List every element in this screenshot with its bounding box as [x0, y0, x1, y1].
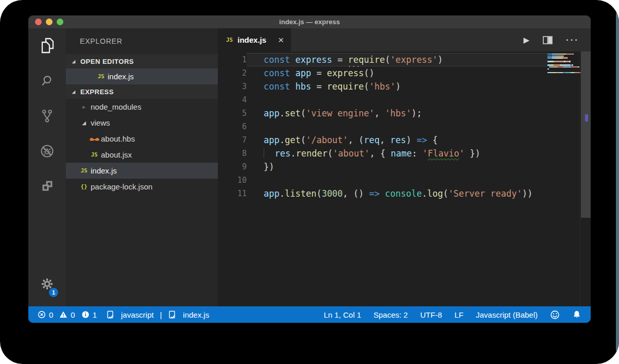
item-label: package-lock.json [91, 182, 152, 191]
window-title: index.js — express [28, 18, 591, 26]
cursor-position[interactable]: Ln 1, Col 1 [324, 310, 362, 319]
js-file-icon: JS [94, 73, 108, 80]
settings-badge: 1 [49, 288, 58, 297]
code-text: const express = require('express')... [247, 53, 547, 66]
lint-file: index.js [183, 310, 209, 319]
collapsed-arrow-icon: ▹ [77, 104, 91, 110]
minimap[interactable] [547, 54, 580, 74]
explorer-icon[interactable] [28, 28, 66, 63]
code-text: const hbs = require('hbs') [247, 80, 547, 93]
tree-item-about.hbs[interactable]: about.hbs [66, 131, 218, 147]
tree-item-index.js[interactable]: JSindex.js [66, 68, 218, 84]
tree-item-about.jsx[interactable]: JSabout.jsx [66, 147, 218, 163]
debug-disabled-icon[interactable] [28, 133, 66, 168]
lint-check-icon [106, 310, 115, 319]
settings-gear-icon[interactable]: 1 [28, 269, 66, 298]
code-line-6[interactable]: 6 [218, 120, 591, 133]
code-line-2[interactable]: 2const app = express() [218, 66, 591, 80]
line-number: 9 [218, 160, 247, 174]
tree-item-node_modules[interactable]: ▹node_modules [66, 99, 218, 115]
linter-status[interactable]: javascript | index.js [106, 310, 209, 319]
item-label: views [91, 118, 110, 127]
tree-item-package-lock.json[interactable]: {}package-lock.json [66, 179, 218, 195]
line-number: 8 [218, 147, 247, 160]
line-number: 2 [218, 66, 247, 80]
scrollbar-track[interactable] [580, 51, 591, 306]
search-icon[interactable] [28, 63, 66, 98]
warnings-count: 0 [71, 310, 75, 319]
item-label: index.js [91, 166, 117, 175]
editor-group: JS index.js × ▶ ··· [218, 28, 591, 306]
code-line-4[interactable]: 4 [218, 93, 591, 107]
code-text: res.render('about', { name: 'Flavio' }) [247, 147, 547, 160]
info-icon [81, 310, 90, 319]
run-code-icon[interactable]: ▶ [523, 36, 529, 45]
section-header-open-editors[interactable]: ◢OPEN EDITORS [66, 54, 218, 68]
line-number: 10 [218, 174, 247, 187]
errors-count: 0 [49, 310, 53, 319]
expanded-arrow-icon: ◢ [72, 59, 80, 64]
tab-indexjs[interactable]: JS index.js × [218, 28, 291, 51]
activity-bar: 1 [28, 28, 66, 306]
scrollbar-slider[interactable] [581, 51, 591, 218]
indentation[interactable]: Spaces: 2 [373, 310, 408, 319]
line-number: 7 [218, 133, 247, 147]
lint-check-icon [168, 310, 177, 319]
js-file-icon: JS [226, 37, 233, 43]
more-actions-icon[interactable]: ··· [566, 35, 579, 45]
tree-item-index.js[interactable]: JSindex.js [66, 163, 218, 179]
lint-language: javascript [121, 310, 153, 319]
eol-sequence[interactable]: LF [454, 310, 463, 319]
code-line-11[interactable]: 11app.listen(3000, () => console.log('Se… [218, 187, 591, 200]
sidebar-title: EXPLORER [66, 28, 218, 54]
code-text: app.set('view engine', 'hbs'); [247, 107, 547, 120]
code-text: app.get('/about', (req, res) => { [247, 133, 547, 147]
error-icon [38, 310, 46, 319]
notifications-bell-icon[interactable] [572, 310, 581, 319]
code-text [247, 93, 547, 107]
encoding[interactable]: UTF-8 [420, 310, 442, 319]
code-line-9[interactable]: 9}) [218, 160, 591, 174]
line-number: 6 [218, 120, 247, 133]
errors-item[interactable]: 0 [38, 310, 53, 319]
tree-item-views[interactable]: ◢views [66, 115, 218, 131]
feedback-smiley-icon[interactable] [550, 310, 560, 320]
code-line-7[interactable]: 7app.get('/about', (req, res) => { [218, 133, 591, 147]
files-icon [40, 38, 55, 54]
tab-label: index.js [237, 36, 266, 44]
item-label: about.jsx [101, 150, 132, 159]
language-mode[interactable]: Javascript (Babel) [476, 310, 538, 319]
section-header-express[interactable]: ◢EXPRESS [66, 84, 218, 99]
editor-body[interactable]: 1const express = require('express')...2c… [218, 51, 591, 306]
section-label: OPEN EDITORS [80, 58, 134, 65]
code-line-5[interactable]: 5app.set('view engine', 'hbs'); [218, 107, 591, 120]
close-tab-icon[interactable]: × [278, 35, 284, 45]
code-line-8[interactable]: 8 res.render('about', { name: 'Flavio' }… [218, 147, 591, 160]
code-text: }) [247, 160, 547, 174]
code-text: app.listen(3000, () => console.log('Serv… [247, 187, 547, 200]
code-area[interactable]: 1const express = require('express')...2c… [218, 51, 591, 306]
expanded-arrow-icon: ◢ [77, 120, 91, 126]
split-editor-icon[interactable] [543, 36, 553, 44]
problems-status[interactable]: 0 0 1 [38, 310, 97, 319]
overview-ruler-mark [585, 114, 588, 122]
line-number: 11 [218, 187, 247, 200]
json-file-icon: {} [77, 183, 91, 190]
code-line-3[interactable]: 3const hbs = require('hbs') [218, 80, 591, 93]
infos-item[interactable]: 1 [81, 310, 97, 319]
extensions-icon[interactable] [28, 168, 66, 203]
vscode-window: index.js — express [28, 15, 591, 323]
code-line-10[interactable]: 10 [218, 174, 591, 187]
js-file-icon: JS [77, 167, 91, 174]
warnings-item[interactable]: 0 [59, 310, 75, 319]
warning-icon [59, 310, 67, 319]
expanded-arrow-icon: ◢ [72, 90, 80, 94]
code-line-1[interactable]: 1const express = require('express')... [218, 53, 591, 66]
lint-separator: | [160, 310, 162, 319]
window-titlebar[interactable]: index.js — express [28, 15, 591, 28]
desktop-background: index.js — express [0, 0, 619, 364]
js-file-icon: JS [88, 151, 101, 158]
source-control-icon[interactable] [28, 98, 66, 133]
line-number: 5 [218, 107, 247, 120]
line-number: 3 [218, 80, 247, 93]
